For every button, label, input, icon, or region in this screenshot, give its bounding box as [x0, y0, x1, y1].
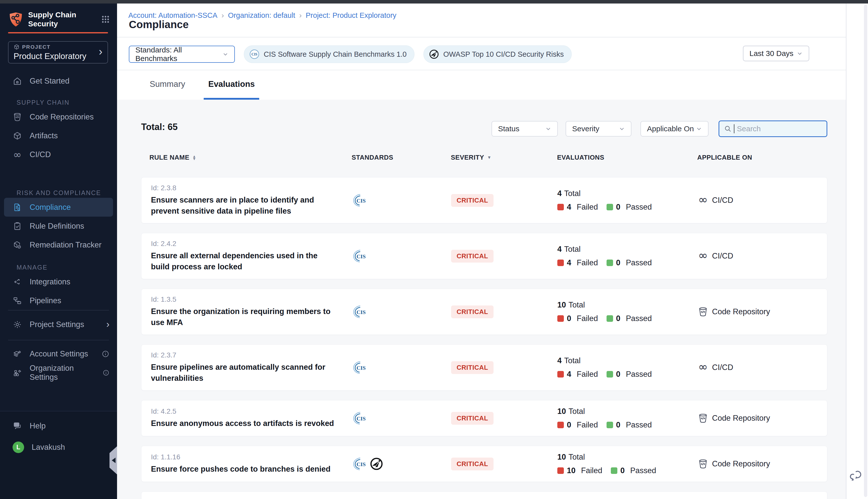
svg-text:CIS: CIS [357, 365, 365, 371]
brand: Supply Chain Security [8, 10, 110, 28]
rules-table-body: Id: 2.3.8 Ensure scanners are in place t… [141, 177, 827, 499]
svg-text:CIS: CIS [251, 52, 257, 56]
column-header-standards: STANDARDS [352, 154, 451, 161]
scrollbar[interactable] [864, 4, 867, 497]
breadcrumb-organization-link[interactable]: Organization: default [228, 11, 296, 20]
header-divider [117, 37, 846, 37]
table-row[interactable]: Id: 1.3.5 Ensure the organization is req… [141, 289, 827, 335]
tabs: Summary Evaluations [117, 70, 846, 100]
applicable-label: Code Repository [712, 459, 770, 468]
eval-total-label: Total [568, 407, 585, 416]
brand-title: Supply Chain Security [28, 10, 76, 28]
severity-badge: CRITICAL [451, 250, 494, 263]
sidebar-item-pipelines[interactable]: Pipelines [0, 291, 117, 310]
main-content: Account: Automation-SSCA › Organization:… [117, 3, 846, 499]
sidebar-item-code-repositories[interactable]: Code Repositories [0, 107, 117, 126]
user-name: Lavakush [32, 443, 65, 452]
breadcrumb-separator: › [299, 11, 302, 20]
eval-failed-number: 4 [567, 370, 571, 379]
eval-failed-label: Failed [581, 466, 602, 475]
artifacts-icon [13, 131, 22, 141]
project-eyebrow: PROJECT [22, 44, 50, 50]
sort-desc-icon: ▼ [487, 155, 492, 160]
sidebar-item-label: Code Repositories [29, 112, 94, 121]
rule-id: Id: 2.3.7 [151, 351, 352, 359]
brand-shield-icon [8, 12, 24, 27]
sidebar-item-remediation-tracker[interactable]: Remediation Tracker [0, 235, 117, 254]
failed-indicator-icon [557, 371, 564, 378]
column-header-severity[interactable]: SEVERITY ▼ [451, 154, 557, 161]
severity-badge: CRITICAL [451, 458, 494, 471]
tab-evaluations[interactable]: Evaluations [204, 70, 259, 100]
failed-indicator-icon [557, 315, 564, 322]
sidebar-item-label: Integrations [29, 277, 70, 287]
chevron-right-icon: › [99, 46, 103, 57]
sidebar-item-help[interactable]: ? Help [0, 416, 117, 435]
table-row[interactable]: Id: 2.3.8 Ensure scanners are in place t… [141, 177, 827, 223]
severity-filter-dropdown[interactable]: Severity [566, 121, 631, 136]
evaluations-panel: Total: 65 Status Severity Applicable On [117, 100, 846, 499]
sidebar-item-artifacts[interactable]: Artifacts [0, 126, 117, 145]
eval-total-number: 10 [557, 301, 566, 309]
user-menu[interactable]: L Lavakush [0, 438, 117, 457]
table-row[interactable]: Id: 2.4.2 Ensure all external dependenci… [141, 233, 827, 279]
standards-cell: CIS [352, 249, 451, 263]
app-switcher-grid-icon[interactable] [101, 15, 110, 24]
eval-passed-label: Passed [626, 314, 652, 323]
sidebar-item-cicd[interactable]: ∞ CI/CD [0, 145, 117, 164]
cis-logo-icon: CIS [352, 249, 366, 263]
status-filter-dropdown[interactable]: Status [492, 121, 558, 136]
owasp-logo-icon [370, 457, 384, 471]
table-row[interactable]: Id: 4.2.5 Ensure anonymous access to art… [141, 400, 827, 436]
rule-id: Id: 2.3.8 [151, 184, 352, 192]
info-icon [103, 369, 109, 377]
sidebar-item-compliance[interactable]: Compliance [4, 198, 113, 217]
eval-passed-number: 0 [616, 314, 620, 323]
table-row[interactable]: Id: 1.1.17 Ensure branch deletions are d… [141, 491, 827, 499]
chevron-down-icon [545, 126, 551, 132]
sidebar-item-integrations[interactable]: Integrations [0, 272, 117, 291]
standards-cell: CIS [352, 193, 451, 207]
table-row[interactable]: Id: 2.3.7 Ensure pipelines are automatic… [141, 344, 827, 391]
rule-name: Ensure force pushes code to branches is … [151, 464, 338, 475]
svg-text:CIS: CIS [357, 416, 365, 422]
project-selector[interactable]: PROJECT Product Exploratory › [8, 41, 108, 63]
column-header-rule-name[interactable]: RULE NAME ▲▼ [141, 154, 352, 161]
sidebar-item-label: Compliance [29, 203, 71, 212]
sidebar-item-rule-definitions[interactable]: Rule Definitions [0, 217, 117, 235]
cis-logo-icon: CIS [352, 305, 366, 319]
chip-owasp-top10[interactable]: OWASP Top 10 CI/CD Security Risks [423, 46, 571, 63]
sort-icon: ▲▼ [192, 155, 196, 160]
sidebar-item-project-settings[interactable]: Project Settings › [0, 315, 117, 334]
chip-cis-benchmark[interactable]: CIS CIS Software Supply Chain Benchmarks… [244, 46, 414, 63]
passed-indicator-icon [606, 371, 613, 378]
applicable-on-filter-dropdown[interactable]: Applicable On [640, 121, 709, 136]
passed-indicator-icon [611, 467, 617, 474]
status-filter-label: Status [498, 124, 519, 133]
date-range-dropdown[interactable]: Last 30 Days [743, 46, 809, 61]
date-range-label: Last 30 Days [749, 49, 793, 58]
rule-name: Ensure scanners are in place to identify… [151, 195, 338, 217]
sidebar-item-organization-settings[interactable]: Organization Settings [0, 363, 117, 382]
sidebar-item-label: Get Started [29, 76, 70, 86]
breadcrumb-account-link[interactable]: Account: Automation-SSCA [128, 11, 217, 20]
eval-failed-number: 0 [567, 314, 571, 323]
breadcrumb-project-link[interactable]: Project: Product Exploratory [306, 11, 396, 20]
standards-dropdown[interactable]: Standards: All Benchmarks [129, 46, 235, 63]
section-heading-supply-chain: SUPPLY CHAIN [0, 97, 117, 107]
support-chat-icon[interactable] [849, 468, 864, 483]
table-row[interactable]: Id: 1.1.16 Ensure force pushes code to b… [141, 446, 827, 482]
sidebar-item-label: Help [29, 422, 46, 430]
chevron-right-icon: › [106, 319, 109, 330]
evaluations-cell: 10Total 10Failed 0Passed [557, 453, 698, 475]
compliance-icon [13, 203, 22, 212]
search-input[interactable] [736, 124, 822, 133]
sidebar-item-account-settings[interactable]: Account Settings [0, 344, 117, 363]
tab-summary[interactable]: Summary [145, 70, 190, 100]
rule-id: Id: 1.1.16 [151, 453, 352, 461]
sidebar-item-get-started[interactable]: Get Started [0, 72, 117, 90]
eval-passed-label: Passed [626, 421, 652, 429]
rule-name: Ensure pipelines are automatically scann… [151, 362, 338, 384]
page-title: Compliance [129, 19, 189, 31]
cis-logo-icon: CIS [352, 193, 366, 207]
